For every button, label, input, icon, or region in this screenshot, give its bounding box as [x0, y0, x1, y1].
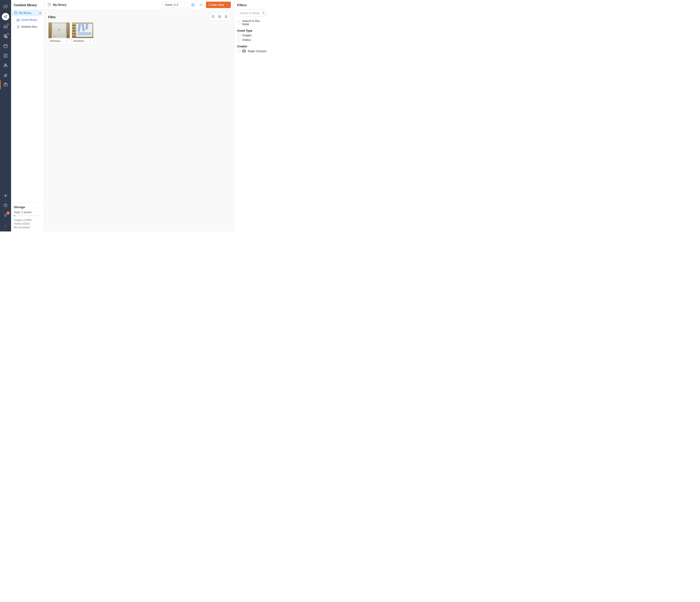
svg-rect-41: [220, 16, 221, 17]
pencil-icon[interactable]: [88, 39, 92, 43]
svg-rect-44: [225, 16, 227, 17]
chevron-down-icon: [183, 4, 185, 6]
nav-add[interactable]: [1, 191, 10, 200]
nav-calendar[interactable]: [1, 41, 10, 51]
pencil-icon[interactable]: [65, 39, 68, 43]
storage-total: Total: 2 assets: [14, 211, 41, 214]
nav-content-library[interactable]: [1, 80, 10, 89]
asset-type-title: Asset Type: [237, 29, 267, 32]
nav-compose[interactable]: [2, 13, 9, 20]
svg-point-25: [199, 4, 200, 4]
sort-dropdown[interactable]: Name: A-Z: [162, 2, 188, 8]
svg-rect-22: [192, 5, 192, 6]
breadcrumb-label: My library: [53, 3, 67, 6]
file-thumbnail: [49, 22, 70, 38]
svg-point-29: [199, 5, 200, 6]
tree-my-library[interactable]: My library: [12, 10, 43, 16]
nav-brand-icon[interactable]: [1, 220, 10, 230]
svg-rect-2: [4, 45, 7, 48]
svg-rect-31: [212, 16, 212, 16]
svg-rect-39: [214, 17, 214, 18]
nav-inbox[interactable]: [1, 22, 10, 31]
main-body: Files Arbeitspla...: [44, 10, 234, 232]
svg-rect-18: [194, 3, 194, 4]
image-icon: [16, 18, 20, 22]
avatar: [242, 49, 246, 53]
svg-rect-21: [194, 4, 194, 5]
filter-images[interactable]: Images: [237, 34, 267, 37]
filters-title: Filters: [237, 3, 267, 7]
view-toggle-group: [209, 13, 230, 20]
creator-title: Creator: [237, 45, 267, 48]
tree-asset-library[interactable]: Asset library: [12, 17, 43, 23]
view-list-button[interactable]: [198, 2, 204, 8]
storage-title: Storage: [14, 206, 41, 209]
nav-notifications[interactable]: 2: [1, 211, 10, 220]
svg-rect-40: [218, 16, 220, 17]
svg-rect-14: [48, 4, 50, 6]
svg-rect-20: [193, 4, 194, 5]
checkbox-label: Images: [242, 34, 252, 37]
library-sidebar: Content library My library Asset library…: [11, 0, 44, 232]
svg-point-9: [5, 206, 6, 207]
trash-icon: [16, 25, 20, 29]
creator-name: Ralph Scholze: [248, 50, 267, 53]
svg-rect-36: [214, 17, 214, 17]
file-name-label: Arbeitspla...: [50, 40, 64, 42]
nav-help[interactable]: [1, 201, 10, 210]
search-icon[interactable]: [262, 11, 265, 15]
tree-deleted-files[interactable]: Deleted files: [12, 24, 43, 30]
filter-creator-row[interactable]: Ralph Scholze: [237, 49, 267, 53]
kebab-icon[interactable]: ⋮: [8, 4, 10, 7]
thumb-small-button[interactable]: [210, 14, 216, 19]
svg-rect-32: [213, 16, 213, 16]
app-logo[interactable]: ⋮: [2, 3, 9, 10]
storage-bin: Bin (0 assets): [14, 226, 41, 229]
thumb-medium-button[interactable]: [217, 14, 222, 19]
filter-videos[interactable]: Videos: [237, 38, 267, 42]
filters-panel: Filters Search in this folder Asset Type…: [234, 0, 269, 232]
nav-notes[interactable]: [1, 51, 10, 60]
svg-rect-45: [225, 17, 227, 18]
thumb-large-button[interactable]: [223, 14, 229, 19]
checkbox-label: Videos: [242, 38, 251, 42]
breadcrumb[interactable]: My library: [47, 3, 67, 7]
chevron-down-icon: [226, 4, 228, 6]
nav-analytics[interactable]: [1, 70, 10, 80]
file-card[interactable]: Arbeitspla...: [48, 22, 70, 44]
checkbox-icon: [237, 34, 240, 37]
svg-rect-16: [192, 3, 192, 4]
filter-search-in-folder[interactable]: Search in this folder: [237, 19, 267, 26]
checkbox-icon: [237, 50, 240, 53]
nav-rail: ⋮: [0, 0, 11, 232]
create-new-button[interactable]: Create New: [206, 2, 231, 8]
main-panel: My library Name: A-Z Create New: [44, 0, 234, 232]
tree-label: My library: [19, 11, 31, 15]
file-card[interactable]: Arbeitsrec...: [72, 22, 94, 44]
library-tree: My library Asset library Deleted files: [11, 9, 44, 202]
svg-rect-30: [200, 5, 202, 6]
library-folder-icon: [14, 11, 18, 15]
storage-panel: Storage Total: 2 assets Images (2/500) V…: [11, 202, 44, 232]
library-folder-icon: [47, 3, 51, 7]
sidebar-title: Content library: [11, 0, 44, 9]
checkbox-label: Search in this folder: [242, 19, 267, 26]
main-header: My library Name: A-Z Create New: [44, 0, 234, 10]
svg-rect-11: [15, 12, 17, 12]
file-thumbnail: [72, 22, 93, 38]
checkbox-icon: [237, 38, 240, 42]
svg-rect-38: [213, 17, 213, 18]
storage-videos: Videos (0/20): [14, 222, 41, 225]
svg-rect-24: [194, 5, 194, 6]
svg-point-4: [4, 65, 5, 66]
create-new-label: Create New: [209, 3, 224, 6]
nav-team[interactable]: [1, 61, 10, 70]
nav-globe[interactable]: [1, 32, 10, 41]
svg-rect-42: [218, 17, 220, 18]
checkbox-icon: [237, 21, 240, 24]
storage-progress: [14, 215, 41, 216]
tree-label: Asset library: [21, 18, 37, 22]
svg-rect-17: [193, 3, 194, 4]
tree-label: Deleted files: [21, 25, 37, 28]
view-grid-button[interactable]: [190, 2, 196, 8]
